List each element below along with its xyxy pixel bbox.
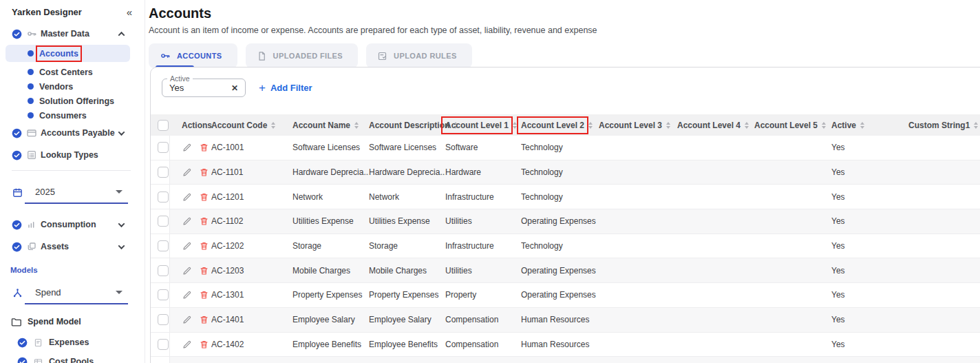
column-header-account-level-4[interactable]: Account Level 4 bbox=[677, 121, 754, 130]
cell-level1: Compensation bbox=[445, 340, 521, 349]
chevron-up-icon[interactable] bbox=[119, 32, 124, 37]
delete-trash-icon[interactable] bbox=[199, 240, 209, 251]
column-header-active[interactable]: Active bbox=[831, 121, 908, 130]
row-checkbox-cell bbox=[151, 357, 170, 363]
sidebar-item-consumption[interactable]: Consumption bbox=[0, 216, 145, 233]
sort-icon[interactable] bbox=[745, 122, 749, 129]
sidebar-item-assets[interactable]: Assets bbox=[0, 238, 145, 255]
sidebar-item-solution-offerings[interactable]: Solution Offerings bbox=[6, 94, 130, 108]
row-checkbox[interactable] bbox=[158, 216, 169, 227]
column-header-account-code[interactable]: Account Code bbox=[211, 121, 292, 130]
sidebar-item-accounts-payable[interactable]: Accounts Payable bbox=[0, 125, 145, 141]
edit-pencil-icon[interactable] bbox=[182, 314, 193, 325]
row-checkbox[interactable] bbox=[158, 289, 169, 300]
sidebar-item-label: Cost Pools bbox=[49, 357, 94, 363]
row-checkbox[interactable] bbox=[158, 314, 169, 325]
edit-pencil-icon[interactable] bbox=[182, 216, 193, 227]
cell-account-description: Property Expenses bbox=[369, 290, 445, 300]
sort-icon[interactable] bbox=[271, 122, 275, 129]
folder-icon bbox=[10, 316, 22, 328]
sort-icon[interactable] bbox=[822, 122, 826, 129]
row-checkbox[interactable] bbox=[158, 191, 169, 203]
edit-pencil-icon[interactable] bbox=[182, 240, 193, 251]
dropdown-caret-icon bbox=[116, 291, 122, 294]
column-label: Custom String1 bbox=[908, 121, 970, 130]
active-filter-chip[interactable]: Active Yes ✕ bbox=[162, 79, 246, 97]
tab-uploaded-files[interactable]: UPLOADED FILES bbox=[246, 43, 359, 68]
sort-icon[interactable] bbox=[860, 122, 864, 129]
edit-pencil-icon[interactable] bbox=[182, 339, 193, 350]
edit-pencil-icon[interactable] bbox=[182, 142, 193, 153]
sidebar-item-label: Master Data bbox=[41, 29, 89, 39]
collapse-sidebar-icon[interactable]: « bbox=[127, 7, 132, 17]
chevron-down-icon[interactable] bbox=[119, 131, 124, 136]
cell-account-name: Employee Benefits bbox=[292, 340, 369, 349]
model-select[interactable]: Spend bbox=[0, 281, 128, 304]
row-checkbox[interactable] bbox=[158, 265, 169, 276]
edit-pencil-icon[interactable] bbox=[182, 191, 193, 203]
delete-trash-icon[interactable] bbox=[199, 167, 209, 178]
delete-trash-icon[interactable] bbox=[199, 314, 209, 325]
chevron-down-icon[interactable] bbox=[119, 245, 124, 249]
sidebar-item-cost-centers[interactable]: Cost Centers bbox=[6, 65, 130, 79]
delete-trash-icon[interactable] bbox=[199, 265, 209, 276]
model-select-value: Spend bbox=[35, 287, 61, 298]
year-select[interactable]: 2025 bbox=[0, 180, 128, 204]
sidebar-item-label: Spend Model bbox=[28, 317, 81, 326]
row-actions-cell bbox=[170, 339, 211, 350]
sidebar-item-label: Accounts Payable bbox=[41, 128, 115, 138]
edit-pencil-icon[interactable] bbox=[182, 289, 193, 300]
cell-account-name: Hardware Deprecia... bbox=[292, 167, 369, 177]
sidebar-item-accounts[interactable]: Accounts bbox=[6, 45, 130, 62]
sidebar: Yarken Designer « Master Data AccountsCo… bbox=[0, 0, 145, 363]
sidebar-item-expenses[interactable]: Expenses bbox=[0, 335, 145, 350]
row-checkbox[interactable] bbox=[158, 142, 169, 153]
column-header-account-name[interactable]: Account Name bbox=[292, 121, 369, 130]
column-header-account-description[interactable]: Account Description bbox=[369, 121, 445, 130]
row-checkbox[interactable] bbox=[158, 240, 169, 251]
column-header-account-level-2[interactable]: Account Level 2 bbox=[521, 121, 599, 130]
table-row: AC-1201NetworkNetworkInfrastructureTechn… bbox=[151, 185, 980, 209]
delete-trash-icon[interactable] bbox=[199, 216, 209, 227]
column-header-account-level-3[interactable]: Account Level 3 bbox=[599, 121, 677, 130]
sidebar-item-label: Consumers bbox=[39, 111, 87, 121]
sidebar-item-master-data[interactable]: Master Data bbox=[0, 25, 145, 42]
cell-account-name: Property Expenses bbox=[292, 290, 369, 300]
sidebar-item-vendors[interactable]: Vendors bbox=[6, 79, 130, 94]
column-header-account-level-1[interactable]: Account Level 1 bbox=[445, 121, 521, 130]
edit-pencil-icon[interactable] bbox=[182, 167, 193, 178]
delete-trash-icon[interactable] bbox=[199, 142, 209, 153]
sidebar-item-lookup-types[interactable]: Lookup Types bbox=[0, 147, 145, 163]
row-checkbox[interactable] bbox=[158, 339, 169, 350]
delete-trash-icon[interactable] bbox=[199, 191, 209, 203]
cell-level1: Utilities bbox=[445, 266, 521, 276]
sidebar-item-label: Consumption bbox=[41, 220, 96, 229]
column-header-custom-string1[interactable]: Custom String1 bbox=[908, 121, 980, 130]
tab-accounts[interactable]: ACCOUNTS bbox=[149, 43, 237, 68]
sidebar-divider bbox=[12, 170, 131, 171]
cell-active: Yes bbox=[831, 216, 908, 226]
select-all-checkbox[interactable] bbox=[158, 120, 169, 131]
sort-icon[interactable] bbox=[974, 122, 978, 129]
bullet-icon bbox=[28, 69, 34, 75]
sort-icon[interactable] bbox=[513, 122, 517, 129]
edit-pencil-icon[interactable] bbox=[182, 265, 193, 276]
sort-icon[interactable] bbox=[666, 122, 670, 129]
delete-trash-icon[interactable] bbox=[199, 289, 209, 300]
add-filter-button[interactable]: + Add Filter bbox=[259, 82, 312, 94]
table-header-row: ActionsAccount CodeAccount NameAccount D… bbox=[151, 114, 980, 136]
sidebar-item-cost-pools[interactable]: Cost Pools bbox=[0, 354, 145, 363]
delete-trash-icon[interactable] bbox=[199, 339, 209, 350]
sort-icon[interactable] bbox=[354, 122, 359, 129]
row-checkbox[interactable] bbox=[158, 167, 169, 178]
tab-upload-rules[interactable]: UPLOAD RULES bbox=[366, 43, 472, 68]
chevron-down-icon[interactable] bbox=[119, 222, 124, 227]
cell-account-name: Network bbox=[292, 192, 369, 202]
sidebar-item-spend-model[interactable]: Spend Model bbox=[0, 314, 145, 329]
year-select-value: 2025 bbox=[35, 187, 55, 197]
sidebar-item-consumers[interactable]: Consumers bbox=[6, 108, 130, 123]
column-header-account-level-5[interactable]: Account Level 5 bbox=[754, 121, 831, 130]
clear-filter-icon[interactable]: ✕ bbox=[231, 83, 238, 93]
sort-icon[interactable] bbox=[588, 122, 593, 129]
cell-active: Yes bbox=[831, 340, 908, 349]
